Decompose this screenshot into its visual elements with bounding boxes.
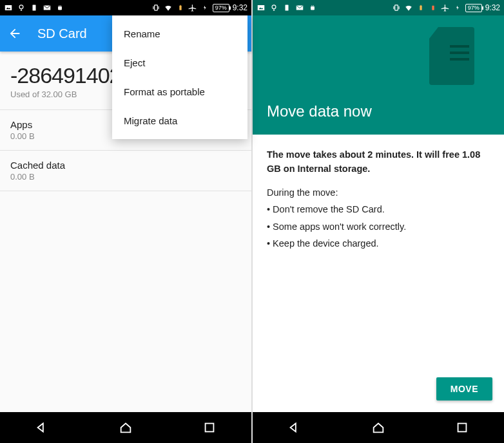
svg-rect-23 [286,5,289,11]
summary-line: The move takes about 2 minutes. It will … [267,147,490,176]
nav-home-icon[interactable] [371,420,385,435]
svg-marker-16 [38,424,43,432]
wifi-icon [404,3,413,12]
clock: 9:32 [233,3,247,12]
status-bar: 97% 9:32 [253,0,504,15]
charging-icon [453,3,462,12]
phone-left: 97% 9:32 SD Card -28649140224.00 Used of… [0,0,252,443]
svg-rect-32 [420,5,422,6]
svg-rect-5 [33,5,36,11]
image-icon [257,3,266,12]
svg-rect-14 [180,5,181,6]
menu-format[interactable]: Format as portable [112,77,247,106]
lightbulb-icon [17,3,26,12]
overflow-menu: Rename Eject Format as portable Migrate … [112,15,247,139]
button-row: MOVE [253,377,504,412]
nav-back-icon[interactable] [35,420,49,435]
nav-bar [253,412,504,443]
cached-data-row[interactable]: Cached data 0.00 B [0,151,251,191]
lightbulb-icon [269,3,278,12]
svg-rect-17 [206,424,214,432]
svg-marker-34 [456,6,459,10]
hero-panel: Move data now [253,15,504,135]
nav-recent-icon[interactable] [455,420,469,435]
hero-title: Move data now [267,102,490,120]
bullet-3: • Keep the device charged. [267,236,490,250]
svg-rect-31 [420,6,422,10]
svg-point-8 [59,5,59,6]
svg-rect-33 [432,6,434,10]
nav-bar [0,412,251,443]
battery-warning-icon [176,3,185,12]
clock: 9:32 [485,3,500,12]
image-icon [4,3,13,12]
svg-rect-28 [394,5,398,10]
alert-icon [429,3,438,12]
phone-icon [282,3,291,12]
svg-rect-0 [5,5,12,10]
battery-warning-icon [416,3,425,12]
move-button[interactable]: MOVE [436,377,492,401]
svg-point-9 [61,5,61,6]
android-icon [55,3,64,12]
menu-eject[interactable]: Eject [112,48,247,77]
svg-rect-36 [458,424,467,432]
svg-rect-7 [58,6,62,10]
app-bar-title: SD Card [37,26,87,41]
svg-rect-13 [179,6,181,10]
back-icon[interactable] [8,26,22,41]
bullet-1: • Don't remove the SD Card. [267,202,490,216]
vibrate-icon [151,3,160,12]
empty-space [0,191,251,412]
charging-icon [200,3,209,12]
svg-rect-10 [154,5,157,10]
airplane-icon [188,3,197,12]
svg-rect-25 [311,6,315,10]
svg-marker-35 [291,424,296,432]
cached-value: 0.00 B [10,172,241,182]
mail-icon [43,3,52,12]
wifi-icon [164,3,173,12]
android-icon [308,3,317,12]
menu-rename[interactable]: Rename [112,19,247,48]
phone-right: 97% 9:32 Move data now The move takes ab… [252,0,504,443]
status-bar: 97% 9:32 [0,0,251,15]
menu-migrate[interactable]: Migrate data [112,106,247,135]
airplane-icon [441,3,450,12]
svg-point-2 [19,5,23,9]
phone-icon [30,3,39,12]
bullet-2: • Some apps won't work correctly. [267,220,490,234]
during-label: During the move: [267,185,490,200]
nav-back-icon[interactable] [287,420,302,435]
vibrate-icon [392,3,401,12]
battery-level: 97% [213,4,229,12]
svg-rect-18 [258,5,265,10]
sd-card-graphic [429,27,481,91]
body-text: The move takes about 2 minutes. It will … [253,135,504,377]
svg-point-27 [313,5,314,6]
screenshot-pair: 97% 9:32 SD Card -28649140224.00 Used of… [0,0,504,443]
svg-marker-15 [204,6,206,10]
mail-icon [295,3,304,12]
svg-point-26 [311,5,312,6]
battery-level: 97% [465,4,482,12]
cached-label: Cached data [10,160,241,171]
nav-home-icon[interactable] [119,420,133,435]
svg-point-20 [272,5,276,9]
nav-recent-icon[interactable] [202,420,217,435]
